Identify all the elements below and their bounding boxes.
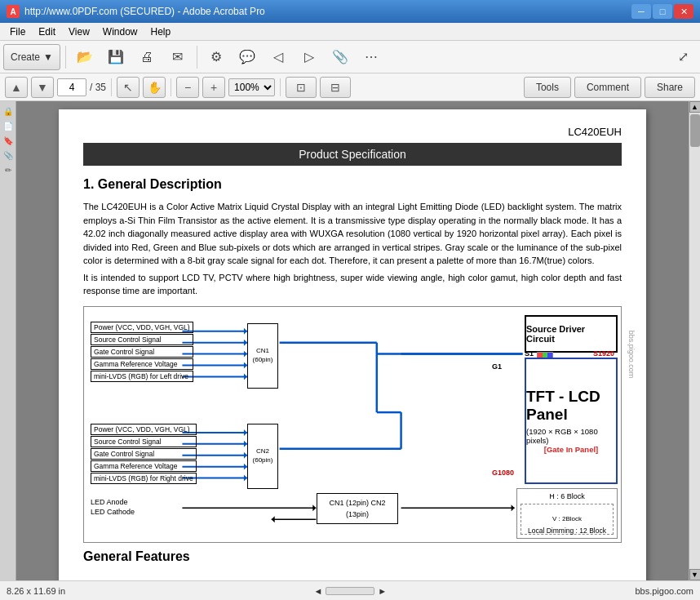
menu-view[interactable]: View — [62, 24, 96, 39]
menu-file[interactable]: File — [3, 24, 32, 39]
main-area: 🔒 📄 🔖 📎 ✏ LC420EUH Product Specification… — [0, 101, 700, 580]
signal-power-2: Power (VCC, VDD, VGH, VGL) — [91, 424, 197, 435]
status-bar: 8.26 x 11.69 in ◄ ► bbs.pigoo.com — [0, 580, 700, 600]
cn1-box: CN1(60pin) — [247, 323, 278, 389]
spec-title: Product Specification — [299, 148, 406, 161]
zoom-in-button[interactable]: + — [202, 77, 225, 98]
left-panel: 🔒 📄 🔖 📎 ✏ — [0, 101, 16, 580]
panel-icon-3[interactable]: 🔖 — [2, 134, 15, 147]
comment-action-button[interactable]: Comment — [574, 77, 641, 98]
email-button[interactable]: ✉ — [164, 44, 192, 70]
signal-lvds-1: mini-LVDS (RGB) for Left drive — [91, 371, 193, 382]
window-controls: ─ □ ✕ — [631, 4, 693, 19]
create-button[interactable]: Create ▼ — [3, 44, 60, 70]
g1-label: G1 — [492, 362, 502, 371]
section-heading: 1. General Description — [83, 177, 622, 192]
tft-title: TFT - LCD Panel — [526, 388, 616, 424]
close-button[interactable]: ✕ — [674, 4, 693, 19]
signal-group-2: Power (VCC, VDD, VGH, VGL) Source Contro… — [91, 424, 197, 485]
back-button[interactable]: ◁ — [264, 44, 292, 70]
panel-icon-5[interactable]: ✏ — [2, 163, 15, 176]
create-label: Create — [11, 51, 40, 63]
page-model-number: LC420EUH — [568, 126, 622, 138]
tft-gate-label: [Gate In Panel] — [544, 445, 599, 454]
watermark: bbs.pigoo.com — [628, 331, 636, 379]
fit-width-button[interactable]: ⊟ — [320, 77, 351, 98]
zoom-out-button[interactable]: − — [176, 77, 199, 98]
right-scrollbar: ▲ ▼ — [689, 101, 700, 580]
title-bar: A http://www.0PDF.com (SECURED) - Adobe … — [0, 0, 700, 23]
page-size: 8.26 x 11.69 in — [7, 586, 65, 596]
nav-separator-2 — [171, 78, 171, 96]
body-paragraph-1: The LC420EUH is a Color Active Matrix Li… — [83, 200, 622, 268]
title-text: http://www.0PDF.com (SECURED) - Adobe Ac… — [24, 6, 631, 17]
attach-button[interactable]: 📎 — [326, 44, 354, 70]
save-button[interactable]: 💾 — [102, 44, 130, 70]
signal-gate-1: Gate Control Signal — [91, 346, 193, 358]
hand-tool[interactable]: ✋ — [143, 77, 166, 98]
more-button[interactable]: ⋯ — [357, 44, 385, 70]
panel-icon-2[interactable]: 📄 — [2, 119, 15, 132]
fit-page-button[interactable]: ⊡ — [286, 77, 317, 98]
fullscreen-button[interactable]: ⤢ — [669, 44, 697, 70]
settings-button[interactable]: ⚙ — [202, 44, 230, 70]
tft-sub: (1920 × RGB × 1080 pixels) — [526, 427, 616, 445]
menu-bar: File Edit View Window Help — [0, 23, 700, 41]
panel-icon-4[interactable]: 📎 — [2, 149, 15, 162]
toolbar: Create ▼ 📂 💾 🖨 ✉ ⚙ 💬 ◁ ▷ 📎 ⋯ ⤢ — [0, 41, 700, 73]
signal-group-1: Power (VCC, VDD, VGH, VGL) Source Contro… — [91, 322, 193, 383]
body-paragraph-2: It is intended to support LCD TV, PCTV w… — [83, 271, 622, 298]
menu-edit[interactable]: Edit — [32, 24, 62, 39]
next-page-button[interactable]: ▼ — [31, 77, 54, 98]
menu-help[interactable]: Help — [144, 24, 178, 39]
horizontal-scroll-left[interactable]: ◄ — [313, 586, 322, 596]
v-block-label: V : 2Block — [552, 515, 582, 522]
tools-button[interactable]: Tools — [524, 77, 571, 98]
zoom-select[interactable]: 100% 75% 125% 150% — [228, 78, 275, 96]
tft-panel-box: TFT - LCD Panel (1920 × RGB × 1080 pixel… — [525, 358, 618, 484]
horizontal-scroll-right[interactable]: ► — [378, 586, 387, 596]
horizontal-scrollbar[interactable] — [326, 587, 374, 595]
toolbar-separator-2 — [197, 46, 197, 69]
local-dimming-label: Local Dimming : 12 Block — [521, 527, 614, 535]
panel-icon-1[interactable]: 🔒 — [2, 104, 15, 118]
block-diagram: Power (VCC, VDD, VGH, VGL) Source Contro… — [83, 306, 622, 543]
menu-window[interactable]: Window — [96, 24, 144, 39]
minimize-button[interactable]: ─ — [631, 4, 651, 19]
print-button[interactable]: 🖨 — [133, 44, 161, 70]
cn2-box: CN2(60pin) — [247, 424, 278, 489]
share-button[interactable]: Share — [645, 77, 695, 98]
open-button[interactable]: 📂 — [71, 44, 99, 70]
s1920-label: S1920 — [593, 349, 614, 358]
forward-button[interactable]: ▷ — [295, 44, 323, 70]
cursor-tool[interactable]: ↖ — [117, 77, 140, 98]
led-area: LED Anode LED Cathode — [91, 498, 172, 516]
scroll-up-button[interactable]: ▲ — [689, 101, 701, 113]
cn-led-box: CN1 (12pin) CN2 (13pin) — [317, 493, 398, 525]
page-content[interactable]: LC420EUH Product Specification 1. Genera… — [16, 101, 689, 580]
signal-source-2: Source Control Signal — [91, 436, 197, 447]
led-cathode-row: LED Cathode — [91, 508, 172, 516]
h-block-label: H : 6 Block — [549, 492, 585, 500]
general-features: General Features — [83, 549, 622, 564]
create-dropdown-icon: ▼ — [43, 51, 53, 63]
signal-gamma-1: Gamma Reference Voltage — [91, 358, 193, 370]
prev-page-button[interactable]: ▲ — [5, 77, 28, 98]
watermark-status: bbs.pigoo.com — [635, 586, 693, 596]
toolbar-separator-1 — [65, 46, 66, 69]
signal-gamma-2: Gamma Reference Voltage — [91, 460, 197, 472]
svg-marker-28 — [312, 504, 316, 511]
comment-button[interactable]: 💬 — [233, 44, 261, 70]
dimming-outer-box: H : 6 Block V : 2Block Local Dimming : 1… — [516, 488, 618, 539]
nav-separator-3 — [280, 78, 281, 96]
g1080-label: G1080 — [492, 469, 514, 477]
page-header: LC420EUH — [83, 126, 622, 138]
svg-marker-30 — [272, 516, 275, 522]
signal-source-1: Source Control Signal — [91, 334, 193, 345]
scroll-down-button[interactable]: ▼ — [689, 569, 701, 580]
signal-lvds-2: mini-LVDS (RGB) for Right drive — [91, 473, 197, 484]
page-number-input[interactable] — [57, 78, 86, 96]
scroll-thumb[interactable] — [690, 114, 700, 147]
maximize-button[interactable]: □ — [653, 4, 672, 19]
svg-marker-32 — [512, 504, 515, 511]
